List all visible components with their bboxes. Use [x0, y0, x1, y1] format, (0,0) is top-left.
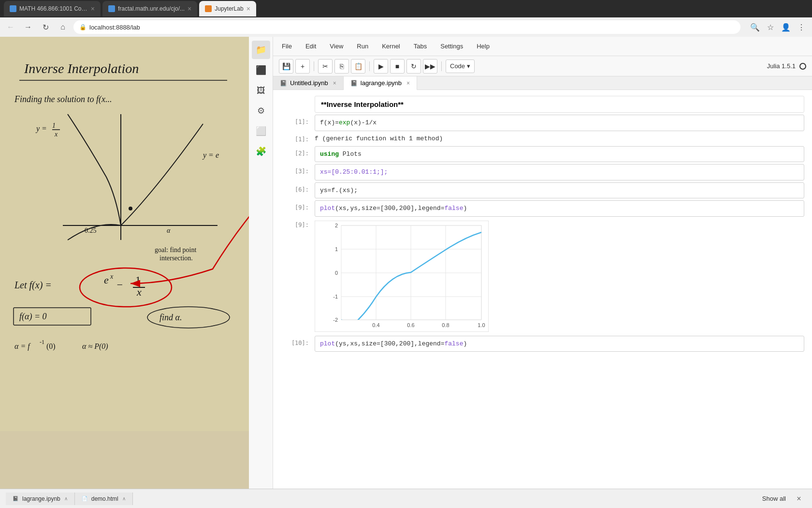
sidebar-files-icon[interactable]: 📁 [252, 41, 270, 59]
file-icon-demo: 📄 [82, 496, 87, 501]
code-cell-3-content: xs=[0.25:0.01:1;]; [315, 164, 804, 180]
copy-button[interactable]: ⎘ [334, 59, 349, 74]
reload-button[interactable]: ↻ [39, 20, 52, 34]
tab-title-3: JupyterLab [215, 5, 243, 12]
code-cell-3[interactable]: xs=[0.25:0.01:1;]; [315, 164, 804, 180]
back-button[interactable]: ← [4, 20, 17, 34]
bookmark-button[interactable]: ☆ [764, 20, 777, 34]
sidebar-settings-icon[interactable]: ⚙ [252, 102, 270, 120]
svg-text:1: 1 [335, 246, 338, 252]
browser-tab-2[interactable]: fractal.math.unr.edu/cjo/... × [102, 1, 197, 16]
account-button[interactable]: 👤 [779, 20, 793, 34]
menu-run[interactable]: Run [354, 41, 371, 52]
cell-type-label: Code [450, 62, 465, 70]
menu-settings[interactable]: Settings [437, 41, 466, 52]
add-cell-button[interactable]: + [295, 59, 310, 74]
svg-text:-1: -1 [333, 294, 338, 299]
sidebar-cell-icon[interactable]: ⬜ [252, 122, 270, 140]
code-cell-3-row: [3]: xs=[0.25:0.01:1;]; [273, 163, 812, 181]
run-all-button[interactable]: ▶▶ [423, 59, 437, 74]
svg-text:α = f: α = f [14, 342, 31, 351]
svg-text:2: 2 [335, 223, 338, 228]
run-button[interactable]: ▶ [374, 59, 388, 74]
lock-icon: 🔒 [79, 24, 87, 30]
menu-edit[interactable]: Edit [303, 41, 319, 52]
tab-close-2[interactable]: × [188, 5, 191, 13]
notebook-tab-lagrange[interactable]: 📓 lagrange.ipynb × [344, 76, 417, 90]
zoom-button[interactable]: 🔍 [748, 20, 762, 34]
svg-text:1.0: 1.0 [478, 322, 485, 328]
browser-tab-1[interactable]: MATH 466.866:1001 Comp... × [4, 1, 101, 16]
sidebar-commands-icon[interactable]: 🖼 [252, 81, 270, 100]
svg-text:f(α) = 0: f(α) = 0 [19, 312, 47, 322]
menu-file[interactable]: File [279, 41, 295, 52]
svg-text:0.6: 0.6 [407, 322, 414, 328]
sidebar-run-icon[interactable]: ⬛ [252, 61, 270, 79]
taskbar-close-button[interactable]: × [792, 492, 806, 506]
svg-text:x: x [110, 273, 114, 280]
taskbar-file-lagrange[interactable]: 📓 lagrange.ipynb ∧ [6, 493, 75, 505]
tab-title-1: MATH 466.866:1001 Comp... [19, 5, 88, 12]
kernel-status-circle [799, 63, 806, 70]
svg-text:−: − [116, 279, 123, 291]
notebook-tab-close-lagrange[interactable]: × [406, 80, 410, 87]
restart-button[interactable]: ↻ [406, 59, 421, 74]
output-1-label: [1]: [281, 133, 315, 144]
forward-button[interactable]: → [21, 20, 35, 34]
show-all-button[interactable]: Show all [756, 495, 792, 502]
notebook-tab-label-untitled: Untitled.ipynb [290, 79, 328, 87]
code-part-rest: (x)-1/x [350, 119, 377, 126]
stop-button[interactable]: ■ [390, 59, 405, 74]
code-cell-1[interactable]: f(x)=exp(x)-1/x [315, 115, 804, 131]
tab-close-1[interactable]: × [91, 5, 95, 13]
code-cell-1-row: [1]: f(x)=exp(x)-1/x [273, 114, 812, 132]
browser-toolbar-icons: 🔍 ☆ 👤 ⋮ [748, 20, 808, 34]
notebook-tab-untitled[interactable]: 📓 Untitled.ipynb × [273, 76, 344, 90]
sidebar-extensions-icon[interactable]: 🧩 [252, 142, 270, 161]
code-cell-10[interactable]: plot(ys,xs,size=[300,200],legend=false) [315, 336, 804, 352]
cut-button[interactable]: ✂ [318, 59, 333, 74]
toolbar-separator-3 [441, 61, 442, 71]
taskbar-file-demo[interactable]: 📄 demo.html ∧ [75, 493, 133, 505]
tab-bar: MATH 466.866:1001 Comp... × fractal.math… [0, 0, 812, 17]
using-plots: Plots [339, 150, 362, 158]
tab-title-2: fractal.math.unr.edu/cjo/... [118, 5, 185, 12]
using-kw: using [320, 150, 339, 158]
address-text: localhost:8888/lab [89, 24, 140, 31]
notebook-tab-label-lagrange: lagrange.ipynb [361, 79, 402, 87]
menu-kernel[interactable]: Kernel [379, 41, 403, 52]
plot2-fn: plot [320, 340, 335, 347]
toolbar-separator-2 [369, 61, 370, 71]
markdown-cell[interactable]: **Inverse Interpolation** [315, 96, 804, 113]
code-part-f: f(x)= [320, 119, 339, 126]
notebook-tab-close-untitled[interactable]: × [333, 80, 336, 87]
browser-tab-3[interactable]: JupyterLab × [199, 1, 256, 16]
menu-tabs[interactable]: Tabs [411, 41, 430, 52]
tab-close-3[interactable]: × [246, 5, 250, 13]
paste-button[interactable]: 📋 [351, 59, 365, 74]
code-cell-6[interactable]: ys=f.(xs); [315, 182, 804, 199]
svg-text:0: 0 [335, 270, 338, 276]
jupyter-toolbar: 💾 + ✂ ⎘ 📋 ▶ ■ ↻ ▶▶ Code ▾ Julia 1.5.1 [273, 56, 812, 76]
menu-help[interactable]: Help [474, 41, 493, 52]
address-bar-row: ← → ↻ ⌂ 🔒 localhost:8888/lab 🔍 ☆ 👤 ⋮ [0, 17, 812, 37]
notebook-icon-untitled: 📓 [280, 80, 287, 87]
menu-button[interactable]: ⋮ [795, 20, 808, 34]
svg-text:Finding the solution to f(x...: Finding the solution to f(x... [14, 94, 112, 105]
svg-text:x: x [54, 131, 58, 138]
svg-text:x: x [136, 286, 142, 298]
code-cell-2-content: using Plots [315, 147, 804, 162]
markdown-content: **Inverse Interpolation** [315, 96, 804, 112]
kernel-name: Julia 1.5.1 [767, 62, 796, 70]
address-input[interactable]: 🔒 localhost:8888/lab [73, 20, 740, 34]
svg-text:y =: y = [35, 124, 47, 133]
menu-view[interactable]: View [327, 41, 346, 52]
jupyter-main: File Edit View Run Kernel Tabs Settings … [273, 37, 812, 489]
code-cell-9[interactable]: plot(xs,ys,size=[300,200],legend=false) [315, 200, 804, 217]
cells-area: **Inverse Interpolation** [1]: f(x)=exp(… [273, 90, 812, 489]
cell-type-select[interactable]: Code ▾ [446, 60, 475, 73]
svg-text:1: 1 [135, 274, 141, 286]
code-cell-2[interactable]: using Plots [315, 146, 804, 163]
home-button[interactable]: ⌂ [56, 20, 70, 34]
save-button[interactable]: 💾 [279, 59, 293, 74]
